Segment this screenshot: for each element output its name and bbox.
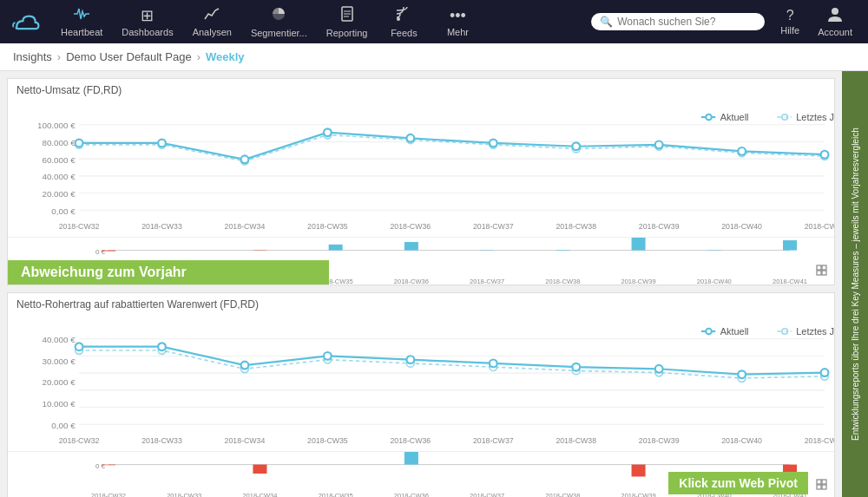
svg-point-53 — [782, 114, 788, 121]
svg-text:2018-CW38: 2018-CW38 — [545, 278, 580, 285]
svg-text:2018-CW39: 2018-CW39 — [639, 222, 680, 231]
svg-rect-63 — [632, 238, 646, 251]
breadcrumb-weekly: Weekly — [206, 50, 245, 63]
nav-reporting[interactable]: Reporting — [318, 3, 377, 42]
svg-text:40.000 €: 40.000 € — [42, 172, 76, 181]
svg-point-50 — [706, 114, 712, 121]
svg-rect-129 — [102, 465, 115, 466]
svg-point-41 — [241, 155, 249, 163]
segment-icon — [270, 6, 287, 26]
svg-text:2018-CW38: 2018-CW38 — [545, 492, 580, 497]
nav-items: Heartbeat ⊞ Dashboards Analysen Segmen — [52, 3, 582, 42]
svg-point-120 — [821, 369, 829, 376]
svg-text:30.000 €: 30.000 € — [42, 356, 76, 366]
svg-point-42 — [324, 128, 332, 136]
svg-text:2018-CW34: 2018-CW34 — [242, 492, 277, 497]
nav-hilfe[interactable]: ? Hilfe — [773, 4, 806, 39]
svg-text:2018-CW33: 2018-CW33 — [141, 222, 182, 231]
svg-text:20.000 €: 20.000 € — [42, 189, 76, 199]
svg-text:2018-CW39: 2018-CW39 — [621, 492, 656, 497]
svg-rect-78 — [817, 271, 821, 275]
svg-point-39 — [76, 140, 83, 147]
svg-rect-77 — [822, 265, 826, 270]
svg-rect-132 — [632, 465, 646, 477]
svg-text:2018-CW38: 2018-CW38 — [556, 222, 596, 231]
top-nav: Heartbeat ⊞ Dashboards Analysen Segmen — [0, 0, 868, 43]
svg-rect-131 — [404, 452, 418, 465]
svg-rect-146 — [817, 485, 821, 489]
svg-text:100.000 €: 100.000 € — [37, 121, 76, 130]
svg-rect-144 — [817, 480, 821, 484]
svg-point-40 — [158, 140, 166, 147]
svg-point-115 — [406, 356, 414, 363]
svg-text:20.000 €: 20.000 € — [42, 377, 76, 387]
deviation-section-0: 0 €2018-CW322018-CW332018-CW342018-CW352… — [8, 237, 834, 284]
svg-point-113 — [241, 362, 249, 369]
svg-text:2018-CW36: 2018-CW36 — [394, 492, 429, 497]
svg-rect-145 — [822, 480, 826, 484]
svg-rect-59 — [329, 245, 343, 251]
chart-content-1: 40.000 €30.000 €20.000 €10.000 €0,00 €20… — [8, 312, 834, 451]
svg-point-6 — [832, 8, 838, 15]
svg-text:2018-CW33: 2018-CW33 — [167, 492, 201, 497]
svg-text:2018-CW40: 2018-CW40 — [721, 436, 762, 445]
svg-point-45 — [572, 142, 580, 150]
svg-text:2018-CW35: 2018-CW35 — [307, 436, 348, 445]
svg-text:2018-CW38: 2018-CW38 — [556, 436, 596, 445]
svg-text:2018-CW36: 2018-CW36 — [390, 436, 431, 445]
svg-text:40.000 €: 40.000 € — [42, 335, 76, 344]
nav-account[interactable]: Account — [811, 3, 859, 41]
dashboards-icon: ⊞ — [141, 6, 154, 25]
svg-text:Aktuell: Aktuell — [720, 326, 749, 337]
svg-text:2018-CW32: 2018-CW32 — [91, 492, 126, 497]
svg-text:80.000 €: 80.000 € — [42, 138, 76, 147]
svg-text:2018-CW33: 2018-CW33 — [141, 436, 182, 445]
search-input[interactable] — [617, 16, 756, 28]
svg-text:2018-CW34: 2018-CW34 — [225, 436, 266, 445]
svg-text:0 €: 0 € — [95, 462, 106, 470]
pivot-tooltip-1[interactable]: Klick zum Web Pivot — [668, 472, 808, 494]
svg-text:Letztes Jahr: Letztes Jahr — [796, 112, 834, 122]
nav-heartbeat[interactable]: Heartbeat — [52, 3, 111, 41]
svg-text:Letztes Jahr: Letztes Jahr — [796, 326, 834, 337]
nav-analysen[interactable]: Analysen — [184, 3, 240, 41]
sidebar-text: Entwicklungsreports über Ihre drei Key M… — [848, 119, 863, 449]
svg-point-114 — [324, 352, 332, 360]
svg-text:2018-CW37: 2018-CW37 — [470, 492, 504, 497]
nav-feeds[interactable]: Feeds — [378, 3, 430, 42]
svg-point-48 — [821, 151, 829, 159]
svg-text:2018-CW37: 2018-CW37 — [473, 222, 514, 231]
svg-point-47 — [738, 147, 746, 155]
nav-mehr[interactable]: ••• Mehr — [431, 3, 483, 41]
logo[interactable] — [9, 4, 43, 39]
svg-point-122 — [706, 329, 712, 335]
svg-text:2018-CW37: 2018-CW37 — [473, 436, 514, 445]
account-icon — [827, 6, 843, 25]
svg-point-44 — [490, 140, 497, 147]
grid-icon-0[interactable] — [816, 265, 830, 282]
svg-text:2018-CW36: 2018-CW36 — [390, 222, 431, 231]
main-area: Netto-Umsatz (FD,RD)100.000 €80.000 €60.… — [0, 71, 868, 497]
grid-icon-1[interactable] — [816, 479, 830, 496]
svg-rect-130 — [253, 465, 266, 474]
reporting-icon — [340, 6, 354, 26]
svg-point-112 — [158, 343, 166, 350]
breadcrumb-demo[interactable]: Demo User Default Page — [66, 50, 192, 63]
svg-rect-60 — [404, 242, 418, 251]
breadcrumb-insights[interactable]: Insights — [13, 50, 52, 63]
svg-text:2018-CW37: 2018-CW37 — [470, 278, 504, 285]
svg-rect-65 — [783, 240, 797, 251]
search-bar[interactable]: 🔍 — [591, 13, 765, 30]
nav-segmentier[interactable]: Segmentier... — [242, 3, 316, 42]
help-icon: ? — [786, 8, 794, 23]
svg-text:2018-CW41: 2018-CW41 — [805, 436, 834, 445]
svg-text:2018-CW39: 2018-CW39 — [621, 278, 656, 285]
svg-rect-62 — [556, 250, 569, 251]
svg-text:2018-CW41: 2018-CW41 — [773, 278, 807, 285]
nav-dashboards[interactable]: ⊞ Dashboards — [113, 3, 181, 41]
svg-text:2018-CW40: 2018-CW40 — [721, 222, 762, 231]
svg-text:2018-CW39: 2018-CW39 — [639, 436, 680, 445]
deviation-label-0: Abweichung zum Vorjahr — [8, 260, 329, 284]
svg-text:10.000 €: 10.000 € — [42, 399, 76, 409]
svg-rect-147 — [822, 485, 826, 489]
